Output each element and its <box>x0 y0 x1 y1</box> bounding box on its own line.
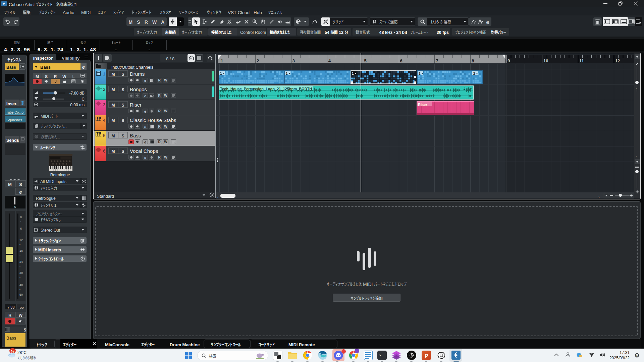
svg-text:z: z <box>637 353 638 356</box>
